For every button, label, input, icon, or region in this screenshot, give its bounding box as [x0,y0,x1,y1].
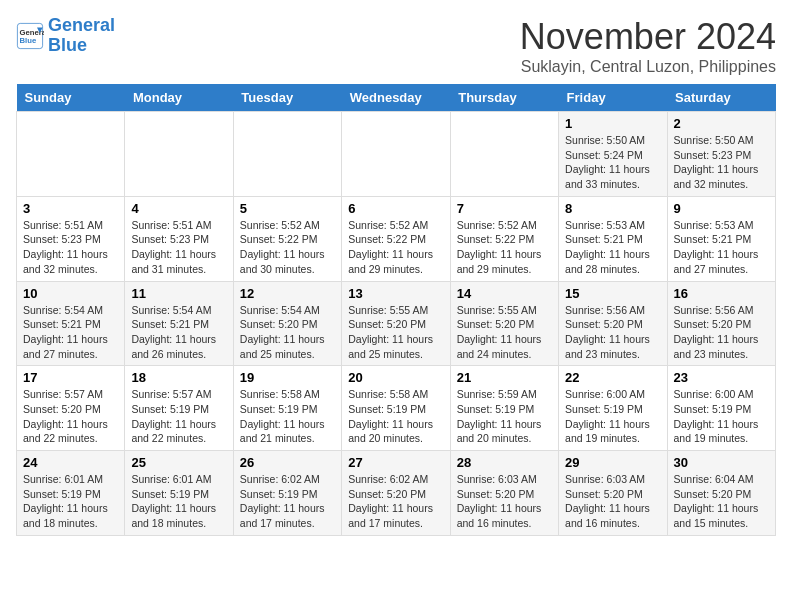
day-number: 8 [565,201,660,216]
day-info: Sunrise: 5:59 AM Sunset: 5:19 PM Dayligh… [457,387,552,446]
logo: General Blue General Blue [16,16,115,56]
calendar-cell: 29Sunrise: 6:03 AM Sunset: 5:20 PM Dayli… [559,451,667,536]
title-area: November 2024 Suklayin, Central Luzon, P… [520,16,776,76]
day-info: Sunrise: 6:00 AM Sunset: 5:19 PM Dayligh… [565,387,660,446]
day-info: Sunrise: 5:50 AM Sunset: 5:23 PM Dayligh… [674,133,769,192]
day-number: 3 [23,201,118,216]
day-info: Sunrise: 5:53 AM Sunset: 5:21 PM Dayligh… [674,218,769,277]
calendar-cell: 22Sunrise: 6:00 AM Sunset: 5:19 PM Dayli… [559,366,667,451]
logo-icon: General Blue [16,22,44,50]
calendar-cell: 21Sunrise: 5:59 AM Sunset: 5:19 PM Dayli… [450,366,558,451]
day-header-thursday: Thursday [450,84,558,112]
day-number: 25 [131,455,226,470]
calendar-cell: 28Sunrise: 6:03 AM Sunset: 5:20 PM Dayli… [450,451,558,536]
svg-text:Blue: Blue [20,36,37,45]
day-number: 24 [23,455,118,470]
calendar-cell: 24Sunrise: 6:01 AM Sunset: 5:19 PM Dayli… [17,451,125,536]
day-header-wednesday: Wednesday [342,84,450,112]
day-info: Sunrise: 5:55 AM Sunset: 5:20 PM Dayligh… [457,303,552,362]
day-info: Sunrise: 5:57 AM Sunset: 5:19 PM Dayligh… [131,387,226,446]
day-number: 10 [23,286,118,301]
calendar-cell: 19Sunrise: 5:58 AM Sunset: 5:19 PM Dayli… [233,366,341,451]
calendar-cell: 2Sunrise: 5:50 AM Sunset: 5:23 PM Daylig… [667,112,775,197]
day-info: Sunrise: 5:52 AM Sunset: 5:22 PM Dayligh… [457,218,552,277]
calendar-cell: 13Sunrise: 5:55 AM Sunset: 5:20 PM Dayli… [342,281,450,366]
day-number: 11 [131,286,226,301]
calendar-table: SundayMondayTuesdayWednesdayThursdayFrid… [16,84,776,536]
calendar-cell [125,112,233,197]
month-title: November 2024 [520,16,776,58]
day-number: 14 [457,286,552,301]
calendar-cell: 18Sunrise: 5:57 AM Sunset: 5:19 PM Dayli… [125,366,233,451]
day-number: 6 [348,201,443,216]
day-header-sunday: Sunday [17,84,125,112]
day-number: 7 [457,201,552,216]
calendar-cell: 23Sunrise: 6:00 AM Sunset: 5:19 PM Dayli… [667,366,775,451]
calendar-cell: 4Sunrise: 5:51 AM Sunset: 5:23 PM Daylig… [125,196,233,281]
logo-text: General Blue [48,16,115,56]
day-number: 30 [674,455,769,470]
day-number: 9 [674,201,769,216]
day-info: Sunrise: 6:04 AM Sunset: 5:20 PM Dayligh… [674,472,769,531]
week-row-1: 1Sunrise: 5:50 AM Sunset: 5:24 PM Daylig… [17,112,776,197]
calendar-cell [17,112,125,197]
logo-line1: General [48,15,115,35]
week-row-5: 24Sunrise: 6:01 AM Sunset: 5:19 PM Dayli… [17,451,776,536]
day-number: 5 [240,201,335,216]
calendar-cell: 20Sunrise: 5:58 AM Sunset: 5:19 PM Dayli… [342,366,450,451]
calendar-cell: 9Sunrise: 5:53 AM Sunset: 5:21 PM Daylig… [667,196,775,281]
day-number: 27 [348,455,443,470]
day-info: Sunrise: 5:56 AM Sunset: 5:20 PM Dayligh… [565,303,660,362]
calendar-header-row: SundayMondayTuesdayWednesdayThursdayFrid… [17,84,776,112]
day-info: Sunrise: 5:52 AM Sunset: 5:22 PM Dayligh… [240,218,335,277]
day-info: Sunrise: 5:56 AM Sunset: 5:20 PM Dayligh… [674,303,769,362]
calendar-cell: 10Sunrise: 5:54 AM Sunset: 5:21 PM Dayli… [17,281,125,366]
calendar-cell: 1Sunrise: 5:50 AM Sunset: 5:24 PM Daylig… [559,112,667,197]
week-row-3: 10Sunrise: 5:54 AM Sunset: 5:21 PM Dayli… [17,281,776,366]
day-info: Sunrise: 5:54 AM Sunset: 5:20 PM Dayligh… [240,303,335,362]
day-number: 13 [348,286,443,301]
day-number: 20 [348,370,443,385]
day-info: Sunrise: 6:03 AM Sunset: 5:20 PM Dayligh… [565,472,660,531]
day-info: Sunrise: 5:50 AM Sunset: 5:24 PM Dayligh… [565,133,660,192]
day-header-saturday: Saturday [667,84,775,112]
week-row-2: 3Sunrise: 5:51 AM Sunset: 5:23 PM Daylig… [17,196,776,281]
day-header-tuesday: Tuesday [233,84,341,112]
calendar-cell: 3Sunrise: 5:51 AM Sunset: 5:23 PM Daylig… [17,196,125,281]
calendar-cell: 30Sunrise: 6:04 AM Sunset: 5:20 PM Dayli… [667,451,775,536]
location: Suklayin, Central Luzon, Philippines [520,58,776,76]
calendar-cell: 5Sunrise: 5:52 AM Sunset: 5:22 PM Daylig… [233,196,341,281]
day-number: 2 [674,116,769,131]
day-info: Sunrise: 5:54 AM Sunset: 5:21 PM Dayligh… [131,303,226,362]
day-number: 28 [457,455,552,470]
calendar-cell: 15Sunrise: 5:56 AM Sunset: 5:20 PM Dayli… [559,281,667,366]
day-info: Sunrise: 5:51 AM Sunset: 5:23 PM Dayligh… [131,218,226,277]
calendar-cell: 14Sunrise: 5:55 AM Sunset: 5:20 PM Dayli… [450,281,558,366]
day-number: 23 [674,370,769,385]
day-info: Sunrise: 5:51 AM Sunset: 5:23 PM Dayligh… [23,218,118,277]
day-number: 17 [23,370,118,385]
week-row-4: 17Sunrise: 5:57 AM Sunset: 5:20 PM Dayli… [17,366,776,451]
day-info: Sunrise: 6:02 AM Sunset: 5:19 PM Dayligh… [240,472,335,531]
day-info: Sunrise: 6:02 AM Sunset: 5:20 PM Dayligh… [348,472,443,531]
day-number: 12 [240,286,335,301]
calendar-cell: 7Sunrise: 5:52 AM Sunset: 5:22 PM Daylig… [450,196,558,281]
calendar-cell: 6Sunrise: 5:52 AM Sunset: 5:22 PM Daylig… [342,196,450,281]
day-number: 22 [565,370,660,385]
day-number: 15 [565,286,660,301]
day-number: 26 [240,455,335,470]
calendar-cell: 26Sunrise: 6:02 AM Sunset: 5:19 PM Dayli… [233,451,341,536]
calendar-cell: 17Sunrise: 5:57 AM Sunset: 5:20 PM Dayli… [17,366,125,451]
day-info: Sunrise: 5:52 AM Sunset: 5:22 PM Dayligh… [348,218,443,277]
calendar-cell: 8Sunrise: 5:53 AM Sunset: 5:21 PM Daylig… [559,196,667,281]
logo-line2: Blue [48,35,87,55]
day-number: 21 [457,370,552,385]
calendar-cell: 12Sunrise: 5:54 AM Sunset: 5:20 PM Dayli… [233,281,341,366]
calendar-cell [342,112,450,197]
day-info: Sunrise: 6:01 AM Sunset: 5:19 PM Dayligh… [131,472,226,531]
calendar-cell: 11Sunrise: 5:54 AM Sunset: 5:21 PM Dayli… [125,281,233,366]
day-number: 16 [674,286,769,301]
day-number: 1 [565,116,660,131]
day-header-monday: Monday [125,84,233,112]
calendar-cell: 25Sunrise: 6:01 AM Sunset: 5:19 PM Dayli… [125,451,233,536]
